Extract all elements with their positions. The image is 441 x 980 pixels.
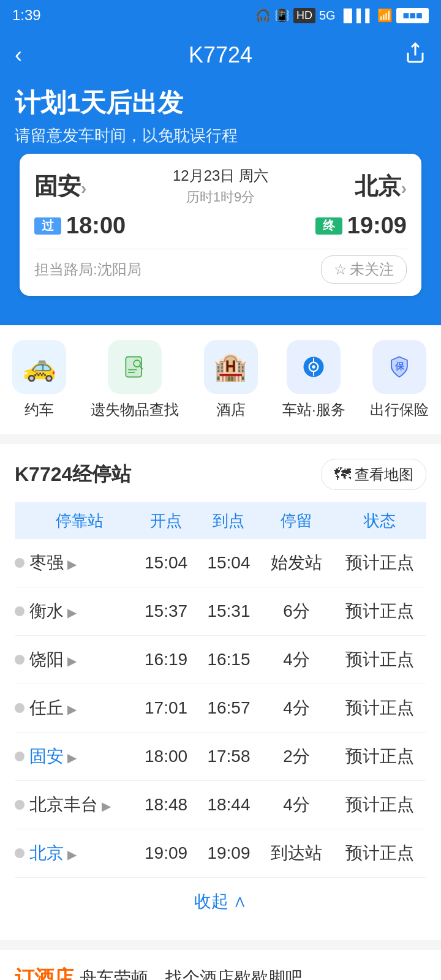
stops-title: K7724经停站	[15, 461, 131, 488]
svg-rect-6	[128, 372, 135, 373]
stop-stay: 6分	[260, 587, 333, 636]
status-bar: 1:39 🎧 📳 HD 5G ▐▌▌▌ 📶 ■■■	[0, 0, 441, 31]
services-row: 🚕 约车 遗失物品查找 🏨 酒店	[0, 340, 441, 420]
stop-stay: 2分	[260, 733, 333, 781]
stop-arrive: 19:09	[197, 829, 260, 878]
stop-dot	[15, 703, 24, 713]
stop-name-cell[interactable]: 衡水 ▶	[15, 587, 135, 636]
stop-status: 预计正点	[333, 684, 426, 733]
service-lost[interactable]: 遗失物品查找	[91, 340, 179, 420]
svg-text:保: 保	[394, 361, 404, 371]
status-time: 1:39	[12, 7, 41, 24]
stop-name: 北京丰台 ▶	[29, 793, 111, 816]
arrive-badge: 终	[315, 217, 342, 235]
col-arrive: 到点	[197, 502, 260, 539]
hotel-title-row: 订酒店 舟车劳顿，找个酒店歇歇脚吧	[15, 965, 426, 980]
hotel-subtitle: 舟车劳顿，找个酒店歇歇脚吧	[80, 967, 303, 980]
stop-depart: 15:04	[135, 539, 197, 587]
stop-name-cell[interactable]: 饶阳 ▶	[15, 636, 135, 684]
stop-stay: 始发站	[260, 539, 333, 587]
stop-arrive: 17:58	[197, 733, 260, 781]
service-taxi[interactable]: 🚕 约车	[12, 340, 66, 420]
stops-section: K7724经停站 🗺 查看地图 停靠站 开点 到点 停留 状态 枣强 ▶	[0, 444, 441, 940]
stop-name-cell[interactable]: 北京丰台 ▶	[15, 781, 135, 829]
stop-depart: 17:01	[135, 684, 197, 733]
map-button[interactable]: 🗺 查看地图	[321, 459, 426, 490]
stop-name-cell[interactable]: 北京 ▶	[15, 829, 135, 878]
svg-rect-1	[126, 357, 142, 377]
stop-dot	[15, 848, 24, 858]
depart-badge: 过	[34, 217, 61, 235]
departure-banner: 计划1天后出发 请留意发车时间，以免耽误行程	[0, 80, 441, 159]
table-row[interactable]: 枣强 ▶ 15:04 15:04 始发站 预计正点	[15, 539, 426, 587]
stop-status: 预计正点	[333, 636, 426, 684]
stop-name: 饶阳 ▶	[29, 648, 77, 671]
stop-name-cell[interactable]: 任丘 ▶	[15, 684, 135, 733]
star-icon: ☆	[334, 261, 347, 278]
share-button[interactable]	[404, 42, 426, 69]
table-row[interactable]: 饶阳 ▶ 16:19 16:15 4分 预计正点	[15, 636, 426, 684]
stop-name[interactable]: 固安 ▶	[29, 745, 77, 768]
depart-station[interactable]: 固安›	[34, 171, 86, 202]
stop-name[interactable]: 北京 ▶	[29, 842, 77, 865]
follow-button[interactable]: ☆ 未关注	[321, 255, 407, 284]
col-status: 状态	[333, 502, 426, 539]
stop-depart: 16:19	[135, 636, 197, 684]
bureau-label: 担当路局:沈阳局	[34, 260, 141, 279]
stop-status: 预计正点	[333, 539, 426, 587]
collapse-button[interactable]: 收起 ∧	[15, 878, 426, 925]
svg-point-8	[312, 365, 316, 369]
stop-dot	[15, 655, 24, 665]
table-row[interactable]: 北京丰台 ▶ 18:48 18:44 4分 预计正点	[15, 781, 426, 829]
stop-name-cell[interactable]: 固安 ▶	[15, 733, 135, 781]
hotel-section: 订酒店 舟车劳顿，找个酒店歇歇脚吧 满减优惠券 黄金卡体验 酒店专享折扣	[0, 950, 441, 980]
service-insurance[interactable]: 保 出行保险	[370, 340, 429, 420]
stop-dot	[15, 752, 24, 761]
stop-name: 衡水 ▶	[29, 600, 77, 623]
train-date: 12月23日 周六 历时1时9分	[173, 166, 268, 206]
arrive-station[interactable]: 北京›	[355, 171, 407, 202]
hotel-badge: 订酒店	[15, 965, 74, 980]
hotel-icon: 🏨	[204, 340, 258, 394]
station-icon	[287, 340, 341, 394]
col-depart: 开点	[135, 502, 197, 539]
stop-depart: 15:37	[135, 587, 197, 636]
stop-arrive: 16:15	[197, 636, 260, 684]
stop-name-cell[interactable]: 枣强 ▶	[15, 539, 135, 587]
table-row[interactable]: 固安 ▶ 18:00 17:58 2分 预计正点	[15, 733, 426, 781]
table-row[interactable]: 任丘 ▶ 17:01 16:57 4分 预计正点	[15, 684, 426, 733]
stop-stay: 到达站	[260, 829, 333, 878]
stops-table: 停靠站 开点 到点 停留 状态 枣强 ▶ 15:04 15:04 始发站 预计正…	[15, 502, 426, 878]
status-icons: 🎧 📳 HD 5G ▐▌▌▌ 📶 ■■■	[255, 8, 429, 23]
stop-stay: 4分	[260, 781, 333, 829]
banner-subtitle: 请留意发车时间，以免耽误行程	[15, 125, 426, 146]
stop-arrive: 16:57	[197, 684, 260, 733]
stop-dot	[15, 606, 24, 616]
stop-depart: 19:09	[135, 829, 197, 878]
stop-arrive: 18:44	[197, 781, 260, 829]
stop-stay: 4分	[260, 636, 333, 684]
back-button[interactable]: ‹	[15, 42, 22, 68]
lost-icon	[108, 340, 162, 394]
stop-status: 预计正点	[333, 587, 426, 636]
stops-header: K7724经停站 🗺 查看地图	[15, 459, 426, 490]
stop-dot	[15, 800, 24, 810]
table-header-row: 停靠站 开点 到点 停留 状态	[15, 502, 426, 539]
stop-arrive: 15:04	[197, 539, 260, 587]
insurance-icon: 保	[372, 340, 426, 394]
train-card: 固安› 12月23日 周六 历时1时9分 北京› 过 18:00 终 19:09…	[20, 154, 421, 296]
service-station[interactable]: 车站·服务	[282, 340, 345, 420]
col-station: 停靠站	[15, 502, 135, 539]
service-hotel[interactable]: 🏨 酒店	[204, 340, 258, 420]
stop-name: 枣强 ▶	[29, 551, 77, 575]
table-row[interactable]: 北京 ▶ 19:09 19:09 到达站 预计正点	[15, 829, 426, 878]
map-icon: 🗺	[334, 464, 351, 484]
stop-stay: 4分	[260, 684, 333, 733]
stop-status: 预计正点	[333, 733, 426, 781]
stop-depart: 18:48	[135, 781, 197, 829]
stop-dot	[15, 558, 24, 568]
stop-status: 预计正点	[333, 781, 426, 829]
table-row[interactable]: 衡水 ▶ 15:37 15:31 6分 预计正点	[15, 587, 426, 636]
arrive-time: 19:09	[347, 213, 407, 239]
header: ‹ K7724	[0, 31, 441, 80]
